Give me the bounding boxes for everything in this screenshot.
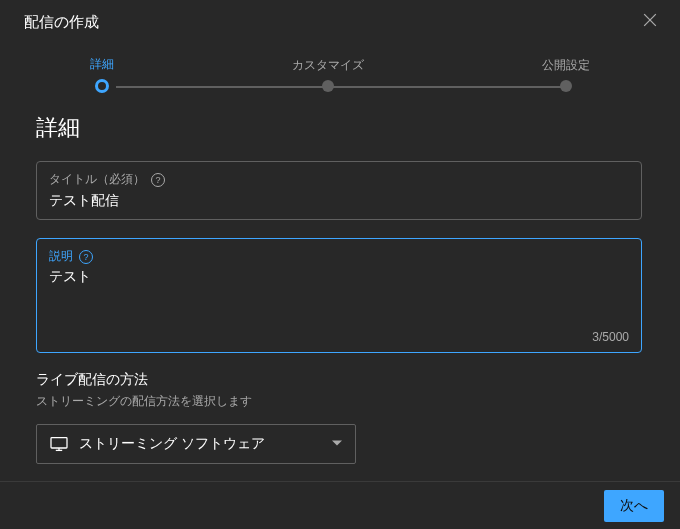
title-input[interactable] [49,193,629,209]
description-counter: 3/5000 [592,330,629,344]
modal-header: 配信の作成 [0,0,680,44]
description-label-text: 説明 [49,249,73,264]
svg-rect-2 [51,438,67,448]
step-dot-icon [95,79,109,93]
method-title: ライブ配信の方法 [36,371,642,389]
chevron-down-icon [331,435,343,453]
step-dot-icon [560,80,572,92]
step-label: 詳細 [90,56,114,73]
step-customize[interactable]: カスタマイズ [292,57,364,92]
section-title: 詳細 [36,113,642,143]
title-label-text: タイトル（必須） [49,172,145,187]
method-select[interactable]: ストリーミング ソフトウェア [36,424,356,464]
step-visibility[interactable]: 公開設定 [542,57,590,92]
content-scroll-area: 詳細 タイトル（必須） ? 説明 ? テスト 3/5000 ライブ配信の方法 ス… [0,103,680,481]
stepper: 詳細 カスタマイズ 公開設定 [0,44,680,93]
step-label: 公開設定 [542,57,590,74]
description-field[interactable]: 説明 ? テスト 3/5000 [36,238,642,353]
help-icon[interactable]: ? [79,250,93,264]
title-field[interactable]: タイトル（必須） ? [36,161,642,220]
close-button[interactable] [636,8,664,36]
help-icon[interactable]: ? [151,173,165,187]
next-button[interactable]: 次へ [604,490,664,522]
modal-footer: 次へ [0,481,680,529]
title-label: タイトル（必須） ? [49,172,629,187]
step-label: カスタマイズ [292,57,364,74]
step-dot-icon [322,80,334,92]
monitor-icon [49,436,69,452]
step-details[interactable]: 詳細 [90,56,114,93]
description-input[interactable]: テスト [49,268,629,328]
method-desc: ストリーミングの配信方法を選択します [36,393,642,410]
close-icon [640,10,660,34]
method-selected-label: ストリーミング ソフトウェア [79,435,321,453]
description-label: 説明 ? [49,249,629,264]
modal-title: 配信の作成 [24,13,99,32]
create-stream-modal: 配信の作成 詳細 カスタマイズ 公開設定 詳細 [0,0,680,529]
content[interactable]: 詳細 タイトル（必須） ? 説明 ? テスト 3/5000 ライブ配信の方法 ス… [0,103,670,481]
